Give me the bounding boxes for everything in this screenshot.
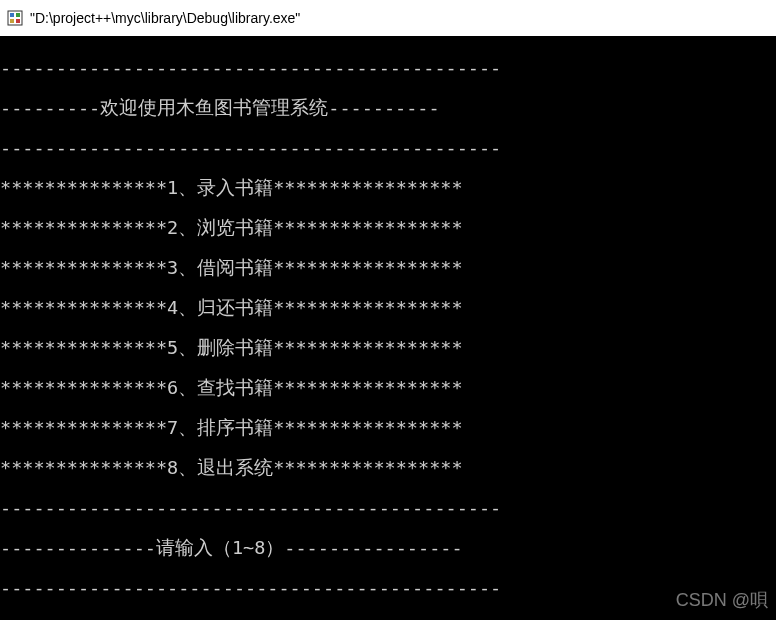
console-line: ***************6、查找书籍*****************: [0, 378, 776, 398]
console-line: ---------欢迎使用木鱼图书管理系统----------: [0, 98, 776, 118]
console-line: ***************4、归还书籍*****************: [0, 298, 776, 318]
console-line: --------------请输入（1~8）----------------: [0, 538, 776, 558]
svg-rect-3: [10, 19, 14, 23]
window-title: "D:\project++\myc\library\Debug\library.…: [30, 10, 300, 26]
watermark: CSDN @唄: [676, 588, 768, 612]
console-line: ***************3、借阅书籍*****************: [0, 258, 776, 278]
console-line: ----------------------------------------…: [0, 498, 776, 518]
console-output[interactable]: ----------------------------------------…: [0, 36, 776, 620]
console-line: ***************8、退出系统*****************: [0, 458, 776, 478]
console-line: ----------------------------------------…: [0, 578, 776, 598]
app-icon: [6, 9, 24, 27]
console-line: ***************1、录入书籍*****************: [0, 178, 776, 198]
console-line: ***************2、浏览书籍*****************: [0, 218, 776, 238]
console-line: ----------------------------------------…: [0, 138, 776, 158]
svg-rect-4: [16, 19, 20, 23]
console-line: ----------------------------------------…: [0, 58, 776, 78]
window-title-bar: "D:\project++\myc\library\Debug\library.…: [0, 0, 776, 36]
console-line: ***************5、删除书籍*****************: [0, 338, 776, 358]
svg-rect-2: [16, 13, 20, 17]
svg-rect-1: [10, 13, 14, 17]
console-line: ***************7、排序书籍*****************: [0, 418, 776, 438]
